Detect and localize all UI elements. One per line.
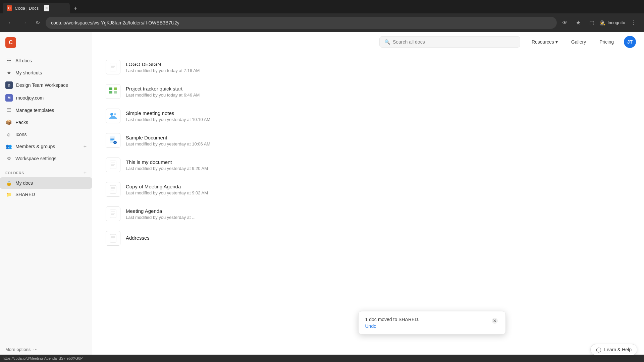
doc-meta: Last modified by you yesterday at 9:02 A… <box>126 190 208 195</box>
learn-help-icon: ◯ <box>596 347 601 352</box>
doc-item[interactable]: This is my document Last modified by you… <box>92 153 644 177</box>
svg-rect-13 <box>110 140 113 141</box>
folders-add-icon[interactable]: + <box>84 170 87 176</box>
design-workspace-label: Design Team Workspace <box>16 82 87 88</box>
doc-meta: Last modified by you today at 7:16 AM <box>126 68 200 73</box>
doc-items-container: LOGO DESIGN Last modified by you today a… <box>92 55 644 251</box>
doc-item[interactable]: Simple meeting notes Last modified by yo… <box>92 104 644 128</box>
coda-logo-icon[interactable]: C <box>5 37 16 48</box>
doc-meta: Last modified by you yesterday at 10:06 … <box>126 141 210 146</box>
hide-button[interactable]: 👁 <box>559 17 570 28</box>
svg-rect-7 <box>114 91 117 94</box>
sidebar-item-workspace-settings[interactable]: ⚙ Workspace settings <box>0 153 92 165</box>
sidebar-item-members-groups[interactable]: 👥 Members & groups + <box>0 140 92 153</box>
back-button[interactable]: ← <box>5 17 16 28</box>
doc-thumbnail <box>106 60 120 74</box>
refresh-button[interactable]: ↻ <box>32 17 43 28</box>
doc-name: LOGO DESIGN <box>126 61 200 67</box>
toast-close-button[interactable] <box>491 317 499 325</box>
doc-name: Simple meeting notes <box>126 110 210 116</box>
svg-rect-20 <box>110 185 116 193</box>
sidebar-item-icons[interactable]: ☺ Icons <box>0 128 92 140</box>
app: C ☷ All docs ★ My shortcuts D Design Tea… <box>0 32 644 355</box>
menu-button[interactable]: ⋮ <box>628 17 639 28</box>
svg-rect-5 <box>114 87 117 90</box>
doc-item[interactable]: + Sample Document Last modified by you y… <box>92 128 644 153</box>
all-docs-icon: ☷ <box>5 57 12 64</box>
more-options-label: More options <box>5 347 31 352</box>
search-bar[interactable]: 🔍 <box>379 36 520 48</box>
toast-message: 1 doc moved to SHARED. <box>365 317 487 322</box>
svg-rect-24 <box>110 210 116 218</box>
svg-rect-16 <box>110 161 116 169</box>
avatar[interactable]: JT <box>624 36 636 48</box>
sidebar-item-packs[interactable]: 📦 Packs <box>0 116 92 128</box>
search-input[interactable] <box>393 39 515 45</box>
doc-info: Copy of Meeting Agenda Last modified by … <box>126 184 208 195</box>
doc-item[interactable]: LOGO DESIGN Last modified by you today a… <box>92 55 644 79</box>
more-options-dots-icon: ⋯ <box>33 347 38 352</box>
svg-rect-0 <box>110 63 116 71</box>
sidebar-item-manage-templates[interactable]: ☰ Manage templates <box>0 104 92 116</box>
more-options[interactable]: More options ⋯ <box>0 344 92 355</box>
icons-label: Icons <box>15 132 87 137</box>
search-icon: 🔍 <box>384 39 390 45</box>
learn-help-button[interactable]: ◯ Learn & Help <box>590 344 637 355</box>
bookmark-button[interactable]: ★ <box>573 17 584 28</box>
doc-thumbnail <box>106 182 120 197</box>
nav-actions: 👁 ★ ▢ 🕵 Incognito ⋮ <box>559 17 639 28</box>
tab-close-button[interactable]: ✕ <box>44 5 49 11</box>
doc-meta: Last modified by you yesterday at 9:20 A… <box>126 166 208 171</box>
doc-meta: Last modified by you today at 6:46 AM <box>126 93 200 98</box>
folder-item-my-docs[interactable]: 🔒 My docs <box>0 177 92 189</box>
doc-info: This is my document Last modified by you… <box>126 159 208 171</box>
packs-icon: 📦 <box>5 119 12 126</box>
toast-undo-button[interactable]: Undo <box>365 323 487 329</box>
resources-button[interactable]: Resources ▾ <box>528 37 561 47</box>
folders-section: FOLDERS + <box>0 166 92 177</box>
doc-thumbnail <box>106 231 120 246</box>
address-bar[interactable] <box>46 17 557 29</box>
sidebar-item-moodjoy[interactable]: M moodjoy.com <box>0 92 92 104</box>
active-tab: C Coda | Docs ✕ <box>3 3 70 13</box>
split-button[interactable]: ▢ <box>586 17 597 28</box>
members-groups-label: Members & groups <box>15 144 80 149</box>
forward-button[interactable]: → <box>19 17 30 28</box>
tab-title: Coda | Docs <box>15 6 39 11</box>
folder-item-shared[interactable]: 📁 SHARED <box>0 189 92 200</box>
doc-info: Meeting Agenda Last modified by you yest… <box>126 208 196 220</box>
doc-item[interactable]: Addresses <box>92 226 644 251</box>
chevron-down-icon: ▾ <box>555 39 558 45</box>
pricing-button[interactable]: Pricing <box>596 37 617 47</box>
icons-icon: ☺ <box>5 131 12 138</box>
browser-tabs: C Coda | Docs ✕ + <box>0 0 644 13</box>
folders-section-header: FOLDERS + <box>5 170 87 176</box>
new-tab-button[interactable]: + <box>71 4 80 13</box>
folder-icon: 📁 <box>5 191 12 198</box>
doc-item[interactable]: Copy of Meeting Agenda Last modified by … <box>92 177 644 202</box>
svg-rect-4 <box>109 87 112 90</box>
doc-info: Project tracker quick start Last modifie… <box>126 86 200 98</box>
doc-item[interactable]: Meeting Agenda Last modified by you yest… <box>92 202 644 226</box>
toast-notification: 1 doc moved to SHARED. Undo <box>358 311 506 335</box>
members-groups-icon: 👥 <box>5 143 12 150</box>
doc-info: LOGO DESIGN Last modified by you today a… <box>126 61 200 73</box>
sidebar-item-design-workspace[interactable]: D Design Team Workspace <box>0 79 92 92</box>
members-add-icon[interactable]: + <box>84 143 87 149</box>
my-shortcuts-icon: ★ <box>5 69 12 76</box>
sidebar-item-all-docs[interactable]: ☷ All docs <box>0 55 92 67</box>
header-actions: Resources ▾ Gallery Pricing JT <box>528 36 636 48</box>
all-docs-label: All docs <box>15 58 87 63</box>
sidebar-item-my-shortcuts[interactable]: ★ My shortcuts <box>0 67 92 79</box>
status-url: https://coda.io/d/Meeting-Agenda_dS7-eb0… <box>3 356 83 360</box>
svg-rect-12 <box>110 139 114 140</box>
browser-nav: ← → ↻ 👁 ★ ▢ 🕵 Incognito ⋮ <box>0 13 644 32</box>
svg-point-8 <box>110 113 113 116</box>
lock-icon: 🔒 <box>5 180 12 186</box>
svg-rect-6 <box>109 91 112 94</box>
doc-thumbnail <box>106 206 120 221</box>
status-bar: https://coda.io/d/Meeting-Agenda_dS7-eb0… <box>0 355 644 362</box>
sidebar-logo: C <box>0 32 92 53</box>
gallery-button[interactable]: Gallery <box>568 37 589 47</box>
doc-item[interactable]: Project tracker quick start Last modifie… <box>92 79 644 104</box>
